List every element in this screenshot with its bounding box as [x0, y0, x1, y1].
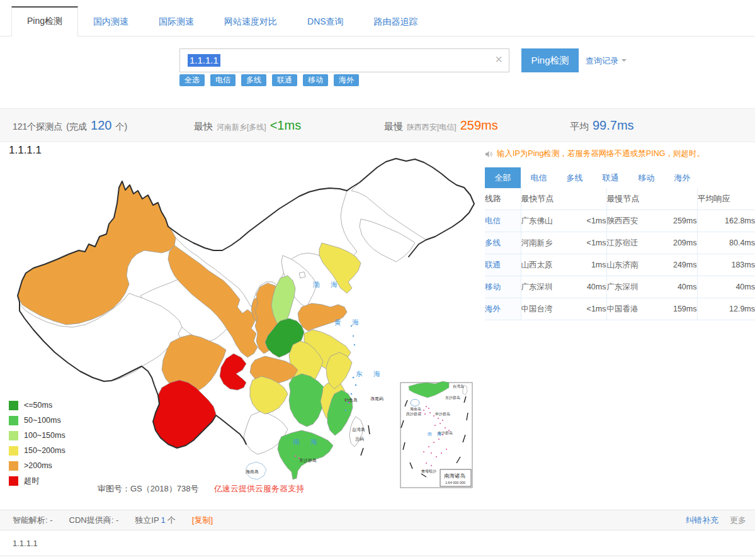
unique-ip-label: 独立IP: [135, 515, 159, 525]
average-value: 40ms: [697, 276, 755, 298]
map-title-ip: 1.1.1.1: [9, 144, 42, 157]
province-shandong: [298, 303, 347, 331]
filter-all[interactable]: 全选: [179, 74, 205, 86]
feedback-link[interactable]: 纠错补充: [686, 515, 718, 526]
inset-label-taiwan: 台湾岛: [453, 384, 464, 389]
unique-ip-count: 1: [161, 515, 166, 525]
province-taiwan: [349, 417, 363, 447]
panel-tab-mobile[interactable]: 移动: [628, 167, 664, 188]
probe-done-prefix: (完成: [66, 121, 87, 133]
inset-label-dongsha: 东沙群岛: [445, 395, 460, 400]
result-panel: 输入IP为Ping检测，若服务器网络不通或禁PING，则超时。 全部 电信 多线…: [485, 142, 755, 320]
filter-unicom[interactable]: 联通: [272, 74, 297, 86]
ping-notice-text: 输入IP为Ping检测，若服务器网络不通或禁PING，则超时。: [497, 148, 705, 159]
panel-tab-all[interactable]: 全部: [485, 167, 521, 188]
line-label: 电信: [485, 210, 521, 232]
tab-intl-speed[interactable]: 国际测速: [144, 8, 209, 36]
inset-title: 南海诸岛: [444, 473, 465, 479]
filter-overseas[interactable]: 海外: [334, 74, 359, 86]
probe-done-number: 120: [91, 118, 111, 133]
legend-swatch: [9, 416, 18, 425]
tab-route-trace[interactable]: 路由器追踪: [359, 8, 433, 36]
average-value: 80.4ms: [697, 232, 755, 254]
fastest-node: 河南新乡[多线]: [217, 122, 266, 133]
slowest-value: 259ms: [460, 118, 498, 133]
col-average: 平均响应: [697, 188, 755, 210]
smart-resolve: 智能解析: -: [13, 515, 53, 526]
province-yunnan: [153, 380, 216, 448]
legend-swatch: [9, 431, 18, 440]
island-label-dongsha: 东沙群岛: [299, 458, 317, 463]
sponsor-link[interactable]: 亿速云提供云服务器支持: [214, 483, 304, 495]
slowest-stat: 最慢 陕西西安[电信] 259ms: [384, 118, 498, 133]
filter-multiline[interactable]: 多线: [241, 74, 266, 86]
legend-swatch: [9, 476, 18, 486]
table-row: 电信 广东佛山 <1ms 陕西西安 259ms 162.8ms: [485, 210, 755, 232]
search-input[interactable]: 1.1.1.1 ×: [179, 48, 509, 72]
fastest-node: 河南新乡: [521, 232, 570, 254]
slowest-node: 山东济南: [606, 254, 661, 276]
line-label: 海外: [485, 298, 521, 320]
panel-tab-telecom[interactable]: 电信: [521, 167, 557, 188]
tab-domestic-speed[interactable]: 国内测速: [78, 8, 144, 36]
fastest-label: 最快: [194, 121, 213, 133]
panel-tab-overseas[interactable]: 海外: [664, 167, 700, 188]
legend-label: <=50ms: [24, 401, 52, 410]
legend-item: >200ms: [9, 458, 65, 473]
slowest-value: 159ms: [661, 298, 697, 320]
tab-site-compare[interactable]: 网站速度对比: [209, 8, 292, 36]
col-fastest-node: 最快节点: [521, 188, 606, 210]
legend-label: 50~100ms: [24, 416, 61, 425]
clear-icon[interactable]: ×: [495, 52, 502, 67]
tab-ping[interactable]: Ping检测: [11, 6, 78, 36]
inset-label-nanhai-sea: 南 海: [428, 432, 443, 437]
fastest-value: <1ms: [570, 298, 606, 320]
legend-item: 50~100ms: [9, 413, 65, 428]
sea-label-nanhai: 南 海: [293, 438, 322, 445]
slowest-node: 广东深圳: [606, 276, 661, 298]
island-label-taiwan: 台湾岛: [352, 427, 365, 432]
sea-label-donghai: 东 海: [356, 370, 385, 378]
china-ping-map: 渤 海 黄 海 东 海 南 海 钓鱼岛 赤尾屿 台湾岛 兰屿 东沙群岛 海南岛: [8, 156, 477, 507]
fastest-node: 广东佛山: [521, 210, 570, 232]
legend-item: 150~200ms: [9, 443, 65, 458]
chevron-down-icon: [622, 59, 627, 64]
ip-info-bar: 智能解析: - CDN提供商: - 独立IP1个 [复制] 纠错补充 更多: [0, 510, 755, 530]
probe-count: 121个探测点 (完成120个): [13, 118, 127, 133]
inset-label-zhongsha: 中沙群岛: [435, 412, 450, 417]
legend-label: 超时: [24, 476, 40, 486]
panel-tab-unicom[interactable]: 联通: [593, 167, 628, 188]
query-history-dropdown[interactable]: 查询记录: [586, 55, 627, 67]
fastest-node: 山西太原: [521, 254, 570, 276]
legend-item: 100~150ms: [9, 428, 65, 443]
tab-dns-query[interactable]: DNS查询: [292, 8, 359, 36]
unique-ip: 独立IP1个: [135, 515, 176, 526]
fastest-node: 中国台湾: [521, 298, 570, 320]
line-label: 联通: [485, 254, 521, 276]
slowest-node: 江苏宿迁: [606, 232, 661, 254]
fastest-node: 广东深圳: [521, 276, 570, 298]
cdn-provider: CDN提供商: -: [69, 515, 119, 526]
inset-hainan-island: [411, 400, 419, 406]
probe-done-suffix: 个): [115, 121, 127, 133]
more-link[interactable]: 更多: [730, 515, 746, 526]
island-label-hainan: 海南岛: [246, 469, 259, 474]
inset-label-hainan: 海南岛: [410, 407, 421, 411]
province-beijing: [299, 272, 305, 278]
line-label: 移动: [485, 276, 521, 298]
slowest-label: 最慢: [384, 121, 403, 133]
inset-label-xisha: 西沙群岛: [406, 412, 421, 417]
copy-link[interactable]: [复制]: [192, 515, 213, 526]
island-label-chiwei: 赤尾屿: [370, 396, 383, 401]
slowest-value: 209ms: [661, 232, 697, 254]
slowest-node: 陕西西安[电信]: [407, 122, 457, 133]
filter-mobile[interactable]: 移动: [303, 74, 328, 86]
line-label: 多线: [485, 232, 521, 254]
filter-telecom[interactable]: 电信: [210, 74, 236, 86]
inset-label-zengmu: 曾母暗沙: [421, 469, 436, 474]
fastest-value: 40ms: [570, 276, 606, 298]
ping-test-button[interactable]: Ping检测: [521, 48, 579, 72]
average-label: 平均: [570, 121, 589, 133]
fastest-value: <1ms: [570, 210, 606, 232]
panel-tab-multiline[interactable]: 多线: [557, 167, 593, 188]
